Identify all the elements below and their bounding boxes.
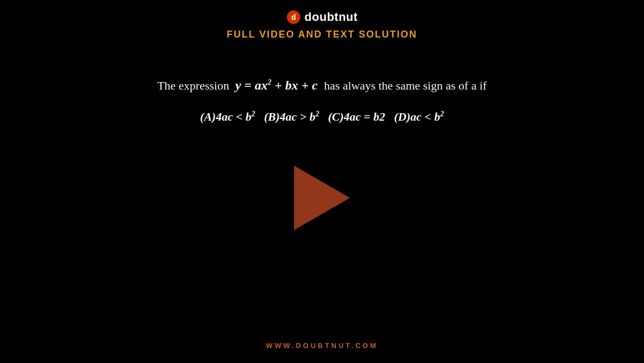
option-a: (A)4ac < b2 — [200, 110, 258, 123]
option-b: (B)4ac > b2 — [264, 110, 322, 123]
footer-url: WWW.DOUBTNUT.COM — [266, 342, 378, 350]
logo-container: d doubtnut — [286, 10, 357, 25]
options-text: (A)4ac < b2 (B)4ac > b2 (C)4ac = b2 (D)a… — [43, 106, 601, 128]
question-expression: y = ax2 + bx + c — [232, 78, 324, 92]
doubtnut-logo-icon: d — [286, 10, 301, 25]
svg-text:d: d — [291, 13, 296, 21]
footer: WWW.DOUBTNUT.COM — [0, 340, 644, 350]
content-area: The expression y = ax2 + bx + c has alwa… — [43, 75, 601, 128]
question-text: The expression y = ax2 + bx + c has alwa… — [43, 75, 601, 95]
question-intro: The expression — [157, 79, 229, 92]
option-c: (C)4ac = b2 — [328, 110, 388, 123]
logo-text: doubtnut — [304, 10, 357, 24]
play-button-icon[interactable] — [294, 166, 350, 230]
header: d doubtnut FULL VIDEO AND TEXT SOLUTION — [0, 0, 644, 40]
option-d: (D)ac < b2 — [394, 110, 444, 123]
question-continuation: has always the same sign as of a if — [324, 79, 487, 92]
subtitle: FULL VIDEO AND TEXT SOLUTION — [226, 29, 417, 40]
